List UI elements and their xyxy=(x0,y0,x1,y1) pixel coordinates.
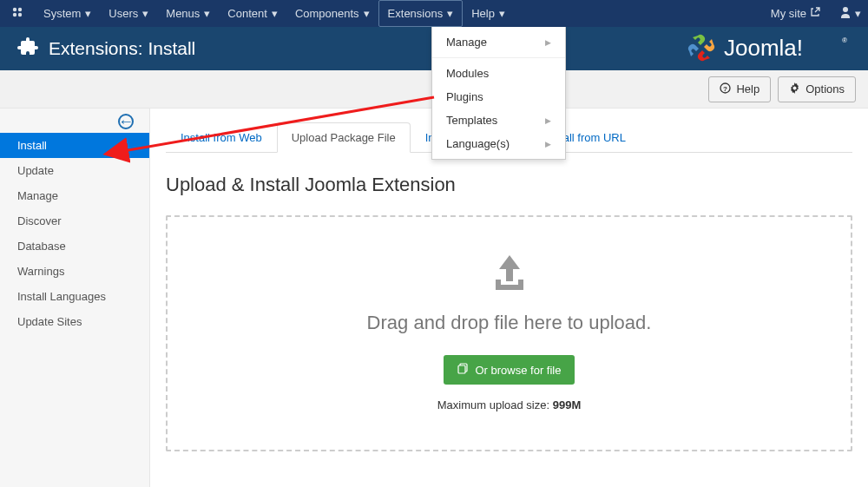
side-label: Update xyxy=(17,164,54,177)
sidebar-item-languages[interactable]: Install Languages xyxy=(0,284,149,309)
upload-icon xyxy=(185,252,833,296)
caret-icon: ▾ xyxy=(204,7,210,20)
nav-mysite[interactable]: My site xyxy=(767,0,824,27)
svg-rect-11 xyxy=(518,280,523,285)
side-label: Install xyxy=(17,139,47,152)
chevron-right-icon: ▶ xyxy=(545,116,551,125)
tab-install-web[interactable]: Install from Web xyxy=(166,122,277,153)
browse-button[interactable]: Or browse for file xyxy=(444,355,575,385)
sidebar-item-update-sites[interactable]: Update Sites xyxy=(0,309,149,334)
sidebar-item-warnings[interactable]: Warnings xyxy=(0,259,149,284)
copy-icon xyxy=(457,363,469,377)
tab-label: Upload Package File xyxy=(292,131,396,144)
site-label: My site xyxy=(771,7,806,20)
dd-separator xyxy=(432,57,565,58)
nav-label: Users xyxy=(108,7,138,20)
sidebar-item-update[interactable]: Update xyxy=(0,158,149,183)
nav-label: Menus xyxy=(166,7,200,20)
caret-icon: ▾ xyxy=(85,7,91,20)
back-icon: ← xyxy=(118,114,134,129)
nav-extensions[interactable]: Extensions▾ xyxy=(378,0,464,27)
nav-right: My site ▾ xyxy=(767,0,861,27)
caret-icon: ▾ xyxy=(272,7,278,20)
sidebar: ← Install Update Manage Discover Databas… xyxy=(0,109,150,487)
extensions-dropdown: Manage▶ Modules Plugins Templates▶ Langu… xyxy=(431,27,566,160)
nav-menus[interactable]: Menus▾ xyxy=(157,0,219,27)
svg-text:?: ? xyxy=(723,84,727,92)
dd-modules[interactable]: Modules xyxy=(432,62,565,85)
options-button[interactable]: Options xyxy=(778,76,856,102)
sidebar-back[interactable]: ← xyxy=(0,109,149,133)
caret-icon: ▾ xyxy=(855,7,861,20)
nav-user[interactable]: ▾ xyxy=(839,6,861,21)
nav-users[interactable]: Users▾ xyxy=(100,0,157,27)
sidebar-item-database[interactable]: Database xyxy=(0,234,149,259)
caret-icon: ▾ xyxy=(142,7,148,20)
svg-point-8 xyxy=(793,86,797,89)
dd-templates[interactable]: Templates▶ xyxy=(432,109,565,132)
external-link-icon xyxy=(810,7,820,20)
button-label: Options xyxy=(806,82,845,95)
dd-label: Language(s) xyxy=(446,137,510,150)
max-upload-text: Maximum upload size: 999M xyxy=(185,398,833,411)
help-button[interactable]: ? Help xyxy=(708,76,771,102)
caret-icon: ▾ xyxy=(364,7,370,20)
nav-label: Extensions xyxy=(388,7,444,20)
body: ← Install Update Manage Discover Databas… xyxy=(0,109,868,487)
dropzone-text: Drag and drop file here to upload. xyxy=(185,312,833,334)
user-icon xyxy=(839,6,852,21)
top-navbar: System▾ Users▾ Menus▾ Content▾ Component… xyxy=(0,0,868,27)
dd-label: Manage xyxy=(446,36,487,49)
dd-label: Modules xyxy=(446,67,489,80)
svg-point-2 xyxy=(13,13,16,16)
svg-rect-9 xyxy=(496,285,523,290)
svg-point-0 xyxy=(13,8,16,11)
nav-label: System xyxy=(43,7,81,20)
svg-rect-13 xyxy=(458,365,465,373)
dd-label: Plugins xyxy=(446,90,483,103)
nav-help[interactable]: Help▾ xyxy=(463,0,514,27)
side-label: Manage xyxy=(17,189,58,202)
puzzle-icon xyxy=(17,37,38,61)
sidebar-item-discover[interactable]: Discover xyxy=(0,208,149,234)
svg-text:®: ® xyxy=(842,36,847,44)
svg-point-3 xyxy=(18,13,22,16)
caret-icon: ▾ xyxy=(447,7,453,20)
sidebar-item-manage[interactable]: Manage xyxy=(0,183,149,208)
dd-plugins[interactable]: Plugins xyxy=(432,85,565,109)
side-label: Discover xyxy=(17,214,62,227)
side-label: Warnings xyxy=(17,265,64,278)
chevron-right-icon: ▶ xyxy=(545,140,551,148)
upload-dropzone[interactable]: Drag and drop file here to upload. Or br… xyxy=(166,215,852,451)
dd-languages[interactable]: Language(s)▶ xyxy=(432,132,565,155)
dd-manage[interactable]: Manage▶ xyxy=(432,30,565,54)
button-label: Or browse for file xyxy=(476,364,562,377)
dd-label: Templates xyxy=(446,114,497,127)
nav-label: Help xyxy=(471,7,495,20)
svg-rect-10 xyxy=(496,280,501,285)
nav-system[interactable]: System▾ xyxy=(35,0,100,27)
nav-components[interactable]: Components▾ xyxy=(286,0,378,27)
side-label: Update Sites xyxy=(17,315,82,328)
max-label: Maximum upload size: xyxy=(437,398,553,411)
caret-icon: ▾ xyxy=(499,7,505,20)
button-label: Help xyxy=(736,82,760,95)
nav-items: System▾ Users▾ Menus▾ Content▾ Component… xyxy=(35,0,767,27)
tab-label: Install from Web xyxy=(181,131,262,144)
tab-upload-package[interactable]: Upload Package File xyxy=(277,122,411,153)
nav-label: Components xyxy=(295,7,359,20)
sidebar-item-install[interactable]: Install xyxy=(0,133,149,158)
max-value: 999M xyxy=(553,398,582,411)
nav-content[interactable]: Content▾ xyxy=(219,0,286,27)
joomla-brand: Joomla! ® xyxy=(686,32,851,66)
section-heading: Upload & Install Joomla Extension xyxy=(166,174,852,196)
nav-label: Content xyxy=(227,7,267,20)
help-icon: ? xyxy=(720,82,731,96)
page-title: Extensions: Install xyxy=(49,38,686,59)
side-label: Database xyxy=(17,240,66,253)
gear-icon xyxy=(789,82,800,96)
chevron-right-icon: ▶ xyxy=(545,38,551,47)
joomla-icon[interactable] xyxy=(10,5,24,22)
side-label: Install Languages xyxy=(17,290,106,303)
svg-text:Joomla!: Joomla! xyxy=(724,35,803,61)
